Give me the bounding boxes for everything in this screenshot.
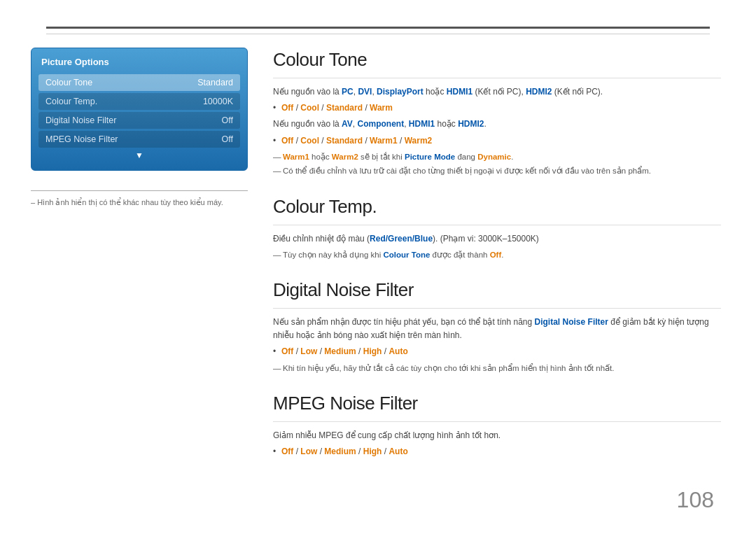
menu-item-colour-tone-value: Standard: [197, 78, 233, 87]
left-note: – Hình ảnh hiển thị có thể khác nhau tùy…: [31, 190, 248, 207]
bullet-item: Off / Cool / Standard / Warm: [273, 101, 721, 115]
colour-tone-text2: Nếu nguồn vào là AV, Component, HDMI1 ho…: [273, 118, 721, 131]
colour-tone-divider: [273, 78, 721, 78]
bullet-item: Off / Low / Medium / High / Auto: [273, 445, 721, 458]
menu-item-colour-tone-label: Colour Tone: [46, 78, 92, 87]
menu-item-digital-noise[interactable]: Digital Noise Filter Off: [38, 112, 240, 129]
menu-item-digital-noise-label: Digital Noise Filter: [46, 115, 116, 125]
section-digital-noise: Digital Noise Filter Nếu sản phẩm nhận đ…: [273, 279, 721, 374]
mpeg-noise-bullets: Off / Low / Medium / High / Auto: [273, 445, 721, 458]
colour-tone-bullets2: Off / Cool / Standard / Warm1 / Warm2: [273, 134, 721, 148]
colour-tone-note1: Warm1 hoặc Warm2 sẽ bị tắt khi Picture M…: [273, 150, 721, 163]
left-panel: Picture Options Colour Tone Standard Col…: [31, 48, 248, 207]
mpeg-noise-text1: Giảm nhiễu MPEG để cung cấp chất lượng h…: [273, 429, 721, 442]
colour-temp-note1: Tùy chọn này khả dụng khi Colour Tone đư…: [273, 248, 721, 261]
top-bar-line: [46, 34, 710, 34]
menu-item-colour-tone[interactable]: Colour Tone Standard: [38, 74, 240, 91]
digital-noise-divider: [273, 308, 721, 309]
menu-arrow: ▼: [38, 150, 240, 160]
main-content: Colour Tone Nếu nguồn vào là PC, DVI, Di…: [273, 49, 721, 477]
page-number: 108: [677, 487, 714, 513]
menu-item-digital-noise-value: Off: [222, 115, 233, 125]
menu-item-mpeg-noise-value: Off: [222, 134, 233, 144]
colour-temp-divider: [273, 225, 721, 225]
digital-noise-title: Digital Noise Filter: [273, 279, 721, 301]
bullet-item: Off / Low / Medium / High / Auto: [273, 345, 721, 358]
colour-tone-note2: Có thể điều chỉnh và lưu trữ cài đặt cho…: [273, 164, 721, 177]
bullet-item: Off / Cool / Standard / Warm1 / Warm2: [273, 134, 721, 148]
top-bar: [46, 27, 710, 29]
colour-tone-bullets1: Off / Cool / Standard / Warm: [273, 101, 721, 115]
section-mpeg-noise: MPEG Noise Filter Giảm nhiễu MPEG để cun…: [273, 393, 721, 458]
colour-temp-text1: Điều chỉnh nhiệt độ màu (Red/Green/Blue)…: [273, 232, 721, 246]
menu-item-colour-temp[interactable]: Colour Temp. 10000K: [38, 93, 240, 110]
digital-noise-note1: Khi tín hiệu yếu, hãy thử tắt cả các tùy…: [273, 362, 721, 374]
picture-options-box: Picture Options Colour Tone Standard Col…: [31, 48, 248, 171]
mpeg-noise-divider: [273, 421, 721, 422]
picture-options-title: Picture Options: [38, 55, 240, 69]
mpeg-noise-title: MPEG Noise Filter: [273, 393, 721, 414]
colour-tone-title: Colour Tone: [273, 49, 721, 71]
colour-temp-title: Colour Temp.: [273, 196, 721, 218]
section-colour-temp: Colour Temp. Điều chỉnh nhiệt độ màu (Re…: [273, 196, 721, 262]
menu-item-colour-temp-label: Colour Temp.: [46, 97, 97, 106]
menu-item-mpeg-noise[interactable]: MPEG Noise Filter Off: [38, 131, 240, 148]
menu-item-mpeg-noise-label: MPEG Noise Filter: [46, 134, 118, 144]
menu-item-colour-temp-value: 10000K: [203, 97, 233, 106]
colour-tone-text1: Nếu nguồn vào là PC, DVI, DisplayPort ho…: [273, 85, 721, 99]
digital-noise-text1: Nếu sản phẩm nhận được tín hiệu phát yếu…: [273, 316, 721, 342]
section-colour-tone: Colour Tone Nếu nguồn vào là PC, DVI, Di…: [273, 49, 721, 178]
digital-noise-bullets: Off / Low / Medium / High / Auto: [273, 345, 721, 358]
